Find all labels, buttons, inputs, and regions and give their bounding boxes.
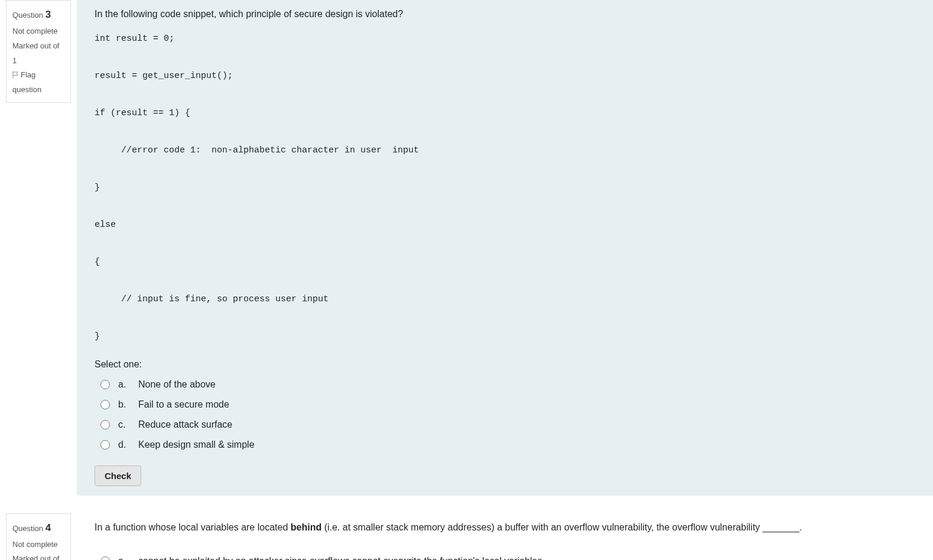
option-text: None of the above — [138, 379, 216, 390]
flag-icon — [12, 69, 19, 77]
option-text: cannot be exploited by an attacker since… — [138, 556, 542, 561]
option-letter: b. — [118, 399, 130, 410]
question-4: Question 4 Not complete Marked out of 1 … — [0, 513, 933, 561]
question-state: Not complete — [12, 24, 64, 39]
option-text: Fail to a secure mode — [138, 399, 229, 410]
question-grade: Marked out of 1 — [12, 552, 64, 560]
answer-option-c[interactable]: c. Reduce attack surface — [95, 415, 915, 435]
qtext-bold: behind — [291, 522, 321, 532]
question-grade: Marked out of 1 — [12, 39, 64, 68]
option-text: Keep design small & simple — [138, 439, 255, 450]
answer-option-b[interactable]: b. Fail to a secure mode — [95, 395, 915, 415]
option-letter: a. — [118, 379, 130, 390]
question-content: In a function whose local variables are … — [77, 513, 933, 561]
answer-list: a. cannot be exploited by an attacker si… — [95, 551, 915, 561]
answer-option-a[interactable]: a. cannot be exploited by an attacker si… — [95, 551, 915, 561]
qtext-post: (i.e. at smaller stack memory addresses)… — [321, 522, 802, 532]
option-letter: c. — [118, 419, 130, 430]
question-number: Question 4 — [12, 519, 64, 538]
answer-option-d[interactable]: d. Keep design small & simple — [95, 435, 915, 455]
answer-list: a. None of the above b. Fail to a secure… — [95, 375, 915, 455]
radio-a[interactable] — [100, 380, 110, 389]
qtext-pre: In a function whose local variables are … — [95, 522, 291, 532]
select-prompt: Select one: — [95, 359, 915, 370]
option-letter: a. — [118, 556, 130, 561]
question-text: In the following code snippet, which pri… — [95, 7, 915, 21]
question-label: Question — [12, 524, 43, 533]
check-button[interactable]: Check — [95, 465, 141, 486]
radio-b[interactable] — [100, 400, 110, 409]
question-label: Question — [12, 11, 43, 19]
question-number: Question 3 — [12, 5, 64, 24]
option-letter: d. — [118, 439, 130, 450]
question-info-box: Question 3 Not complete Marked out of 1 … — [6, 0, 71, 103]
question-number-value: 3 — [45, 9, 51, 20]
answer-option-a[interactable]: a. None of the above — [95, 375, 915, 395]
question-content: In the following code snippet, which pri… — [77, 0, 933, 496]
question-3: Question 3 Not complete Marked out of 1 … — [0, 0, 933, 496]
question-info-box: Question 4 Not complete Marked out of 1 … — [6, 513, 71, 561]
flag-question-link[interactable]: Flag question — [12, 68, 64, 97]
question-number-value: 4 — [45, 522, 51, 533]
question-state: Not complete — [12, 538, 64, 552]
code-snippet: int result = 0; result = get_user_input(… — [95, 30, 915, 346]
radio-a[interactable] — [100, 556, 110, 561]
radio-d[interactable] — [100, 440, 110, 450]
option-text: Reduce attack surface — [138, 419, 232, 430]
question-text: In a function whose local variables are … — [95, 520, 915, 535]
radio-c[interactable] — [100, 420, 110, 429]
